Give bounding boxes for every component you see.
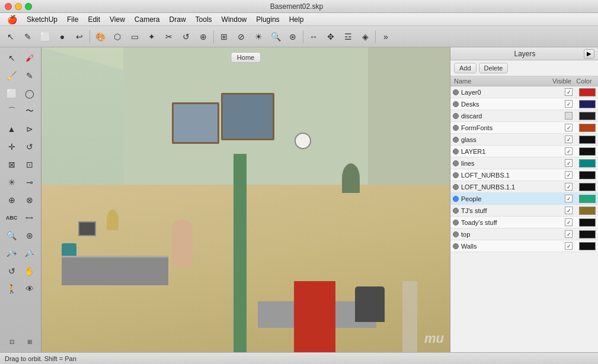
toolbar-move[interactable]: ✦ (143, 28, 160, 45)
layer-visibility-checkbox[interactable] (565, 195, 573, 202)
toolbar-paint[interactable]: 🎨 (92, 28, 108, 45)
layer-row[interactable]: LOFT_NURBS.1 (450, 169, 598, 181)
layer-color-swatch[interactable] (579, 88, 596, 96)
layer-row[interactable]: FormFonts (450, 122, 598, 134)
toolbar-more[interactable]: » (378, 28, 394, 45)
layer-color-swatch[interactable] (579, 124, 596, 132)
toolbar-look[interactable]: ◈ (357, 28, 373, 45)
tool-section[interactable]: ⊗ (21, 192, 38, 208)
layer-row[interactable]: LOFT_NURBS.1.1 (450, 181, 598, 193)
layer-visibility-checkbox[interactable] (565, 147, 573, 155)
layer-visibility-checkbox[interactable] (565, 207, 573, 214)
toolbar-select[interactable]: ↖ (2, 28, 19, 45)
menu-help[interactable]: Help (284, 14, 309, 25)
tool-zoomin[interactable]: 🔎+ (4, 245, 20, 262)
layer-visibility-checkbox[interactable] (565, 100, 573, 108)
layer-row[interactable]: lines (450, 157, 598, 169)
tool-text2[interactable]: ABC (4, 210, 20, 226)
tool-look2[interactable]: 👁 (21, 281, 38, 297)
layer-color-swatch[interactable] (579, 242, 596, 250)
tool-orbit2[interactable]: ↺ (4, 263, 20, 279)
toolbar-axes[interactable]: ☀ (250, 28, 267, 45)
tool-eraser[interactable]: 🧹 (4, 67, 20, 84)
menu-view[interactable]: View (105, 14, 130, 25)
layer-row[interactable]: Layer0 (450, 86, 598, 98)
toolbar-follow[interactable]: ⊕ (195, 28, 212, 45)
layer-row[interactable]: Desks (450, 98, 598, 110)
toolbar-walk[interactable]: ☲ (340, 28, 356, 45)
tool-zoomext2[interactable]: ⊛ (21, 227, 38, 244)
layer-visibility-checkbox[interactable] (565, 218, 573, 226)
layer-visibility-checkbox[interactable] (565, 230, 573, 238)
tool-zoom2[interactable]: 🔍 (4, 227, 20, 244)
layer-visibility-checkbox[interactable] (565, 88, 573, 96)
tool-scale2[interactable]: ⊠ (4, 156, 20, 173)
layer-row[interactable]: top (450, 228, 598, 240)
layer-visibility-checkbox[interactable] (565, 124, 573, 131)
tool-pro[interactable]: ⊕ (4, 192, 20, 208)
window-controls[interactable] (5, 3, 32, 10)
menu-camera[interactable]: Camera (130, 14, 165, 25)
toolbar-orbit[interactable]: ↔ (305, 28, 322, 45)
tool-offset2[interactable]: ⊡ (21, 156, 38, 173)
toolbar-pencil[interactable]: ✎ (20, 28, 36, 45)
tool-extra1[interactable]: ⊡ (4, 333, 20, 350)
toolbar-pan[interactable]: ✥ (322, 28, 339, 45)
tool-extra2[interactable]: ⊞ (21, 333, 38, 350)
layers-add-button[interactable]: Add (454, 63, 477, 73)
tool-dim[interactable]: ⟺ (21, 210, 38, 226)
tool-pan2[interactable]: ✋ (21, 263, 38, 279)
toolbar-offset[interactable]: ▭ (126, 28, 143, 45)
menu-window[interactable]: Window (217, 14, 252, 25)
tool-move2[interactable]: ✛ (4, 138, 20, 155)
tool-arc2[interactable]: ⌒ (4, 103, 20, 120)
menu-plugins[interactable]: Plugins (251, 14, 284, 25)
tool-rectangle[interactable]: ⬜ (4, 85, 20, 102)
layer-color-swatch[interactable] (579, 207, 596, 215)
layer-color-swatch[interactable] (579, 147, 596, 156)
close-button[interactable] (5, 3, 12, 10)
layer-color-swatch[interactable] (579, 159, 596, 167)
layer-color-swatch[interactable] (579, 112, 596, 120)
layer-color-swatch[interactable] (579, 136, 596, 144)
tool-paint[interactable]: 🖌 (21, 50, 38, 66)
tool-follow[interactable]: ⊳ (21, 121, 38, 137)
tool-tape2[interactable]: ⊸ (21, 174, 38, 191)
layer-color-swatch[interactable] (579, 183, 596, 191)
home-button[interactable]: Home (231, 52, 261, 63)
layer-color-swatch[interactable] (579, 218, 596, 227)
layer-visibility-checkbox[interactable] (565, 112, 573, 120)
tool-walk2[interactable]: 🚶 (4, 281, 20, 297)
layer-visibility-checkbox[interactable] (565, 242, 573, 250)
viewport[interactable]: Home mu (41, 47, 450, 352)
layer-color-swatch[interactable] (579, 195, 596, 203)
layer-row[interactable]: LAYER1 (450, 146, 598, 157)
toolbar-protractor[interactable]: ⊘ (233, 28, 250, 45)
layer-color-swatch[interactable] (579, 171, 596, 179)
tool-select[interactable]: ↖ (4, 50, 20, 66)
layer-row[interactable]: TJ's stuff (450, 205, 598, 217)
toolbar-pushpull[interactable]: ⬡ (109, 28, 126, 45)
layer-color-swatch[interactable] (579, 100, 596, 108)
layers-arrow-button[interactable]: ▶ (584, 49, 594, 59)
tool-circle2[interactable]: ◯ (21, 85, 38, 102)
layer-visibility-checkbox[interactable] (565, 171, 573, 179)
minimize-button[interactable] (15, 3, 22, 10)
tool-freehand[interactable]: 〜 (21, 103, 38, 120)
tool-zoomout[interactable]: 🔎- (21, 245, 38, 262)
layer-visibility-checkbox[interactable] (565, 136, 573, 143)
menu-draw[interactable]: Draw (165, 14, 191, 25)
toolbar-zoom[interactable]: 🔍 (267, 28, 284, 45)
layer-row[interactable]: discard (450, 110, 598, 122)
toolbar-eraser[interactable]: ⬜ (37, 28, 53, 45)
tool-rotate2[interactable]: ↺ (21, 138, 38, 155)
toolbar-tape[interactable]: ⊞ (216, 28, 232, 45)
layer-row[interactable]: glass (450, 134, 598, 146)
maximize-button[interactable] (25, 3, 32, 10)
tool-pencil[interactable]: ✎ (21, 67, 38, 84)
layer-row[interactable]: Walls (450, 240, 598, 252)
toolbar-circle[interactable]: ● (54, 28, 71, 45)
layer-color-swatch[interactable] (579, 230, 596, 239)
layers-delete-button[interactable]: Delete (479, 63, 509, 73)
layer-visibility-checkbox[interactable] (565, 159, 573, 167)
